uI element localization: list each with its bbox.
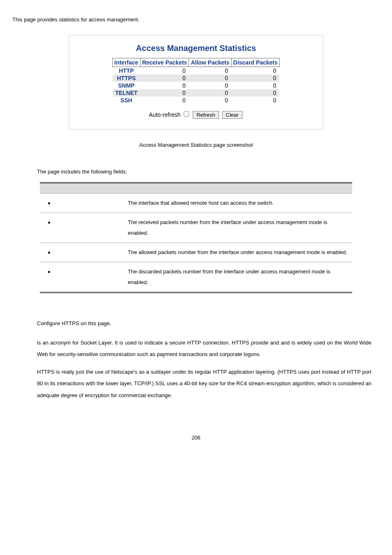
bullet-icon xyxy=(48,202,50,204)
table-row: SSH 0 0 0 xyxy=(113,97,279,104)
cell-iface: TELNET xyxy=(113,89,140,97)
bullet-icon xyxy=(48,222,50,224)
figure-caption: Access Management Statistics page screen… xyxy=(12,142,380,148)
cell-recv: 0 xyxy=(140,97,189,104)
fields-intro: The page includes the following fields: xyxy=(37,169,380,175)
fields-th-desc xyxy=(123,183,352,194)
fields-th-object xyxy=(40,183,123,194)
auto-refresh-checkbox[interactable] xyxy=(184,111,189,117)
figure-title: Access Management Statistics xyxy=(79,44,313,53)
auto-refresh-label: Auto-refresh xyxy=(149,111,180,118)
cell-allow: 0 xyxy=(189,82,231,89)
cell-allow: 0 xyxy=(189,67,231,75)
col-discard: Discard Packets xyxy=(231,58,279,67)
table-row: The received packets number from the int… xyxy=(40,213,352,243)
cell-disc: 0 xyxy=(231,82,279,89)
text: as a sublayer under its regular HTTP app… xyxy=(139,369,322,375)
figure-controls: Auto-refresh Refresh Clear xyxy=(79,110,313,119)
table-row: The interface that allowed remote host c… xyxy=(40,194,352,213)
cell-iface: SSH xyxy=(113,97,140,104)
cell-allow: 0 xyxy=(189,89,231,97)
text: HTTPS is really just the use of Netscape… xyxy=(37,369,139,375)
table-row: HTTPS 0 0 0 xyxy=(113,74,279,82)
cell-recv: 0 xyxy=(140,89,189,97)
cell-iface: HTTP xyxy=(113,67,140,75)
https-intro: Configure HTTPS on this page. xyxy=(37,318,371,330)
table-row: The allowed packets number from the inte… xyxy=(40,243,352,262)
table-row: SNMP 0 0 0 xyxy=(113,82,279,89)
refresh-button[interactable]: Refresh xyxy=(193,111,219,119)
text: Socket Layer. It is used to indicate a s… xyxy=(81,340,270,346)
bullet-icon xyxy=(48,252,50,254)
cell-recv: 0 xyxy=(140,74,189,82)
page-number: 206 xyxy=(12,435,380,441)
table-row: The discarded packets number from the in… xyxy=(40,262,352,293)
clear-button[interactable]: Clear xyxy=(222,111,242,119)
text: is an acronym for xyxy=(37,340,81,346)
col-receive: Receive Packets xyxy=(140,58,189,67)
cell-disc: 0 xyxy=(231,97,279,104)
bullet-icon xyxy=(48,271,50,273)
stats-table: Interface Receive Packets Allow Packets … xyxy=(112,58,279,104)
cell-recv: 0 xyxy=(140,67,189,75)
intro-text: This page provides statistics for access… xyxy=(12,16,380,23)
screenshot-figure: Access Management Statistics Interface R… xyxy=(69,35,323,130)
fields-table: The interface that allowed remote host c… xyxy=(40,182,352,293)
col-allow: Allow Packets xyxy=(189,58,231,67)
cell-iface: SNMP xyxy=(113,82,140,89)
https-section: Configure HTTPS on this page. is an acro… xyxy=(37,318,371,402)
table-row: HTTP 0 0 0 xyxy=(113,67,279,75)
cell-disc: 0 xyxy=(231,67,279,75)
field-desc: The discarded packets number from the in… xyxy=(123,262,352,293)
https-paragraph-2: HTTPS is really just the use of Netscape… xyxy=(37,366,371,402)
cell-disc: 0 xyxy=(231,89,279,97)
cell-disc: 0 xyxy=(231,74,279,82)
cell-allow: 0 xyxy=(189,74,231,82)
field-desc: The allowed packets number from the inte… xyxy=(123,243,352,262)
cell-recv: 0 xyxy=(140,82,189,89)
text: and xyxy=(270,340,281,346)
cell-allow: 0 xyxy=(189,97,231,104)
table-row: TELNET 0 0 0 xyxy=(113,89,279,97)
field-desc: The received packets number from the int… xyxy=(123,213,352,243)
https-paragraph-1: is an acronym for Socket Layer. It is us… xyxy=(37,337,371,361)
field-desc: The interface that allowed remote host c… xyxy=(123,194,352,213)
col-interface: Interface xyxy=(113,58,140,67)
cell-iface: HTTPS xyxy=(113,74,140,82)
